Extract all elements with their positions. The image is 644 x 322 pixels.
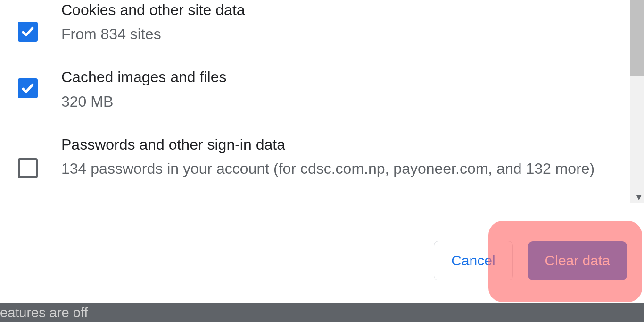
divider <box>0 211 644 211</box>
option-cookies-subtitle: From 834 sites <box>61 22 596 46</box>
checkbox-cookies[interactable] <box>18 22 38 42</box>
dialog-buttons: Cancel Clear data <box>0 241 627 280</box>
option-passwords-subtitle: 134 passwords in your account (for cdsc.… <box>61 157 596 181</box>
scroll-down-icon[interactable]: ▼ <box>635 193 643 203</box>
option-cached-subtitle: 320 MB <box>61 90 596 114</box>
option-cookies: Cookies and other site data From 834 sit… <box>0 0 615 46</box>
option-passwords-title: Passwords and other sign-in data <box>61 135 596 155</box>
option-cached-title: Cached images and files <box>61 67 596 87</box>
option-cookies-text: Cookies and other site data From 834 sit… <box>61 0 615 46</box>
cancel-button[interactable]: Cancel <box>434 241 512 280</box>
option-passwords-text: Passwords and other sign-in data 134 pas… <box>61 135 615 181</box>
checkmark-icon <box>21 25 35 39</box>
clear-data-button[interactable]: Clear data <box>528 241 627 280</box>
option-cached-text: Cached images and files 320 MB <box>61 67 615 113</box>
checkbox-cached[interactable] <box>18 78 38 98</box>
option-passwords: Passwords and other sign-in data 134 pas… <box>0 114 615 181</box>
option-cached: Cached images and files 320 MB <box>0 46 615 113</box>
background-footer: eatures are off <box>0 303 644 322</box>
dialog-scroll-area[interactable]: Cookies and other site data From 834 sit… <box>0 0 615 203</box>
footer-text: eatures are off <box>0 305 88 321</box>
checkbox-passwords[interactable] <box>18 158 38 178</box>
checkmark-icon <box>21 81 35 95</box>
option-cookies-title: Cookies and other site data <box>61 0 596 20</box>
scrollbar-thumb[interactable] <box>630 0 644 76</box>
